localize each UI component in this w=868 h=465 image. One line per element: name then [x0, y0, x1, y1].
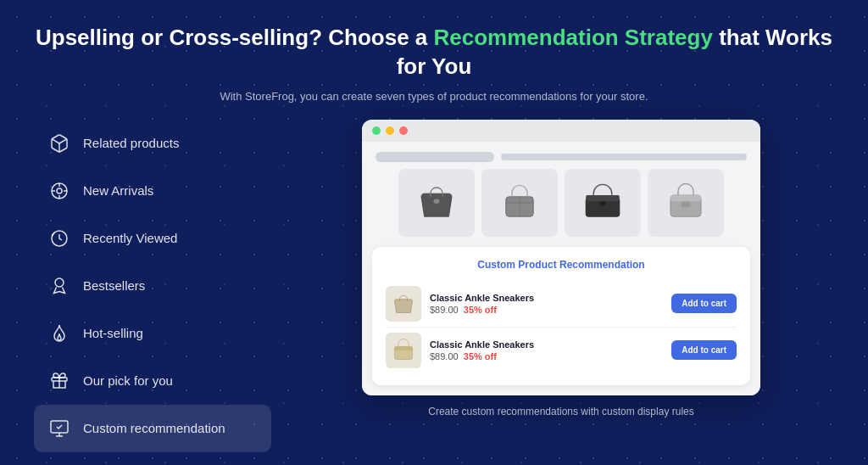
product-card-4 — [648, 169, 724, 237]
title-highlight: Recommendation Strategy — [434, 25, 713, 50]
header-section: Upselling or Cross-selling? Choose a Rec… — [34, 24, 834, 103]
svg-point-12 — [433, 199, 439, 203]
browser-dot-green — [372, 126, 381, 135]
sidebar-label-custom-recommendation: Custom recommendation — [83, 421, 225, 435]
flame-icon — [47, 322, 71, 345]
add-to-cart-button-1[interactable]: Add to cart — [671, 294, 737, 313]
rec-panel: Custom Product Recommendation Classic An… — [372, 247, 750, 385]
rec-product-discount-1: 35% off — [464, 305, 497, 315]
main-content: Related products New Arrivals Recently V… — [34, 120, 834, 452]
browser-dot-yellow — [386, 126, 394, 135]
product-card-1 — [398, 169, 475, 237]
svg-rect-23 — [395, 346, 413, 350]
caption-text: Create custom recommendations with custo… — [428, 406, 693, 417]
sidebar-item-hot-selling[interactable]: Hot-selling — [34, 310, 271, 357]
svg-rect-21 — [682, 201, 691, 207]
title-part1: Upselling or Cross-selling? Choose a — [36, 25, 434, 50]
box-icon — [47, 132, 71, 155]
svg-rect-20 — [670, 195, 701, 201]
sidebar-item-bestsellers[interactable]: Bestsellers — [34, 262, 271, 310]
badge-icon — [47, 274, 71, 298]
rec-product-info-2: Classic Ankle Sneakers $89.00 35% off — [430, 339, 663, 361]
star-icon — [47, 179, 71, 203]
svg-point-8 — [55, 278, 64, 287]
rec-product-price-1: $89.00 35% off — [430, 305, 663, 315]
rec-panel-title: Custom Product Recommendation — [386, 259, 737, 271]
page-container: Upselling or Cross-selling? Choose a Rec… — [0, 0, 868, 465]
product-card-3 — [565, 169, 641, 237]
clock-icon — [47, 227, 71, 250]
rec-product-image-1 — [386, 286, 421, 322]
right-panel: Custom Product Recommendation Classic An… — [288, 120, 834, 417]
header-subtitle: With StoreFrog, you can create seven typ… — [34, 90, 834, 103]
sidebar-label-hot-selling: Hot-selling — [83, 326, 143, 340]
sidebar-label-related-products: Related products — [83, 136, 179, 150]
product-grid — [372, 169, 750, 237]
rec-product-info-1: Classic Ankle Sneakers $89.00 35% off — [430, 293, 663, 315]
gift-icon — [47, 369, 71, 393]
sidebar-item-new-arrivals[interactable]: New Arrivals — [34, 167, 271, 215]
product-card-2 — [481, 169, 558, 237]
page-title: Upselling or Cross-selling? Choose a Rec… — [34, 24, 834, 81]
svg-rect-18 — [599, 201, 605, 205]
svg-point-2 — [57, 188, 62, 193]
rec-product-row-1: Classic Ankle Sneakers $89.00 35% off Ad… — [386, 281, 737, 327]
add-to-cart-button-2[interactable]: Add to cart — [671, 340, 737, 360]
browser-titlebar — [362, 120, 760, 142]
browser-dot-red — [399, 126, 408, 135]
address-bar — [376, 152, 494, 162]
sidebar-label-recently-viewed: Recently Viewed — [83, 231, 177, 245]
sidebar-label-our-pick: Our pick for you — [83, 373, 173, 388]
sidebar-item-recently-viewed[interactable]: Recently Viewed — [34, 215, 271, 262]
sidebar-item-custom-recommendation[interactable]: Custom recommendation — [34, 405, 271, 452]
rec-product-name-2: Classic Ankle Sneakers — [430, 339, 663, 350]
custom-icon — [47, 417, 71, 440]
browser-mockup: Custom Product Recommendation Classic An… — [362, 120, 760, 395]
rec-product-name-1: Classic Ankle Sneakers — [430, 293, 663, 303]
rec-product-price-2: $89.00 35% off — [430, 351, 663, 361]
sidebar: Related products New Arrivals Recently V… — [34, 120, 271, 452]
sidebar-label-new-arrivals: New Arrivals — [83, 183, 153, 198]
address-bar-area — [372, 152, 750, 162]
rec-product-discount-2: 35% off — [464, 351, 497, 361]
svg-rect-17 — [586, 195, 620, 201]
nav-spacer — [501, 154, 747, 160]
rec-product-row-2: Classic Ankle Sneakers $89.00 35% off Ad… — [386, 327, 737, 373]
rec-product-image-2 — [386, 333, 421, 368]
sidebar-item-our-pick[interactable]: Our pick for you — [34, 357, 271, 405]
sidebar-item-related-products[interactable]: Related products — [34, 120, 271, 167]
browser-body: Custom Product Recommendation Classic An… — [362, 142, 760, 395]
sidebar-label-bestsellers: Bestsellers — [83, 278, 145, 293]
